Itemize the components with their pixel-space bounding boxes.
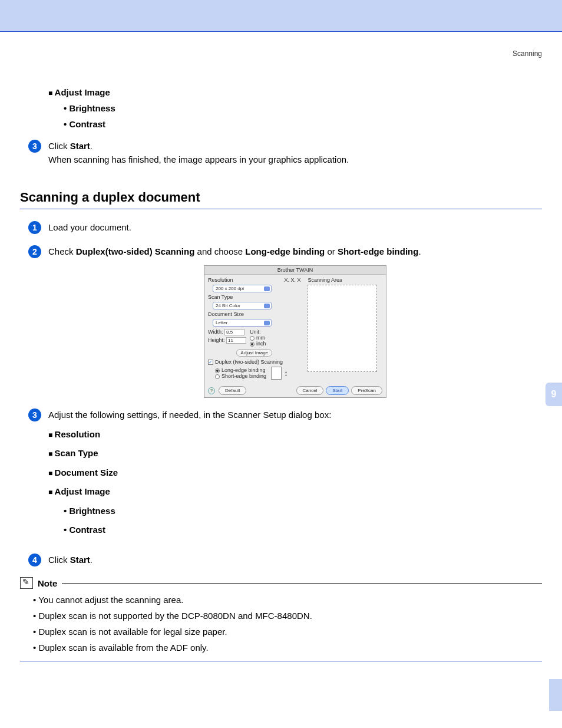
adjust-image-button[interactable]: Adjust Image [236,349,272,357]
width-input[interactable]: 8.5 [224,329,244,335]
running-head: Scanning [20,50,542,58]
resolution-item: Resolution [48,428,542,442]
height-input[interactable]: 11 [226,337,246,344]
text: or [325,246,338,256]
step-3-pre: 3 Click Start. When scanning has finishe… [28,140,542,166]
duplex-checkbox[interactable]: ✓ [208,360,213,365]
step-text: Load your document. [48,221,542,235]
step-number-badge: 3 [28,140,41,153]
text: . [90,141,92,151]
brightness-item: Brightness [64,103,542,113]
duplex-step-2: 2 Check Duplex(two-sided) Scanning and c… [28,245,542,259]
scan-type-item: Scan Type [48,447,542,460]
cancel-button[interactable]: Cancel [296,386,324,395]
prescan-button[interactable]: PreScan [351,386,382,395]
adjust-image-block: Adjust Image [48,87,542,97]
duplex-step-3: 3 Adjust the following settings, if need… [28,409,542,543]
short-edge-label: Short-edge binding [222,373,266,379]
step-number-badge: 1 [28,221,41,234]
contrast-item: Contrast [64,523,542,537]
dialog-title: Brother TWAIN [204,266,386,275]
note-item: Duplex scan is available from the ADF on… [33,643,542,653]
docsize-select[interactable]: Letter [213,319,272,327]
adjust-image-item: Adjust Image [48,485,542,499]
text: Click [48,141,70,151]
step-number-badge: 4 [28,554,41,566]
scantype-label: Scan Type [208,294,300,300]
text: Check [48,246,76,256]
start-bold: Start [70,141,90,151]
note-item: Duplex scan is not supported by the DCP-… [33,611,542,621]
start-button[interactable]: Start [326,386,349,395]
bold: Long-edge binding [245,246,325,256]
note-item: Duplex scan is not available for legal s… [33,627,542,637]
text: . [418,246,421,256]
height-label: Height: [208,337,225,343]
text: and choose [194,246,245,256]
dialog-screenshot: Brother TWAIN Resolution X. X. X 200 x 2… [48,265,542,398]
note-icon [20,577,33,589]
brightness-item: Brightness [64,505,542,518]
doc-size-item: Document Size [48,466,542,480]
bold: Short-edge binding [338,246,418,256]
scanning-area-preview [308,285,377,372]
section-rule [20,209,542,209]
width-label: Width: [208,329,223,335]
duplex-step-4: 4 Click Start. [28,554,542,567]
unit-inch-label: inch [256,341,266,347]
help-button[interactable]: ? [208,387,215,394]
top-banner [0,0,562,32]
note-list: You cannot adjust the scanning area. Dup… [33,595,542,653]
note-item: You cannot adjust the scanning area. [33,595,542,605]
resolution-select[interactable]: 200 x 200 dpi [213,285,272,292]
unit-mm-label: mm [256,335,265,341]
step-number-badge: 3 [28,409,41,421]
chapter-tab: 9 [546,383,562,406]
adjust-image-subitems: Brightness Contrast [64,103,542,129]
step-text: Adjust the following settings, if needed… [48,409,542,422]
note-end-rule [20,661,542,661]
unit-label: Unit: [250,329,266,335]
docsize-label: Document Size [208,311,300,317]
version-label: X. X. X [284,277,300,283]
start-bold: Start [70,555,90,565]
section-heading: Scanning a duplex document [20,190,542,205]
binding-icon [271,367,282,380]
scanning-area-label: Scanning Area [308,277,382,283]
text: . [90,555,92,565]
adjust-image-label: Adjust Image [48,87,542,97]
short-edge-radio[interactable] [215,374,220,379]
scantype-select[interactable]: 24 Bit Color [213,302,272,309]
bold: Duplex(two-sided) Scanning [76,246,195,256]
text: Click [48,555,70,565]
note-rule [62,583,542,584]
duplex-label: Duplex (two-sided) Scanning [215,359,283,365]
note-header: Note [20,577,542,589]
note-label: Note [38,578,57,588]
text: When scanning has finished, the image ap… [48,154,349,164]
long-edge-label: Long-edge binding [222,367,266,373]
contrast-item: Contrast [64,119,542,129]
step-number-badge: 2 [28,245,41,258]
long-edge-radio[interactable] [215,368,220,373]
unit-mm-radio[interactable] [250,336,254,341]
default-button[interactable]: Default [219,386,246,395]
duplex-step-1: 1 Load your document. [28,221,542,235]
unit-inch-radio[interactable] [250,342,254,347]
resolution-label: Resolution [208,277,233,283]
